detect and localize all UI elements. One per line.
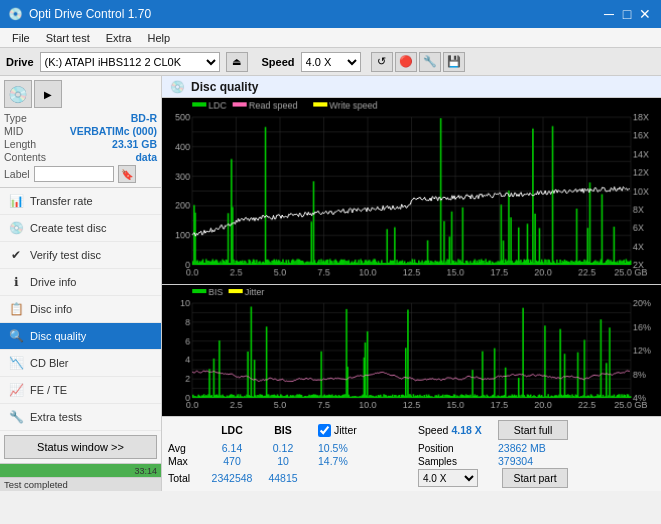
extra-tests-icon: 🔧: [8, 409, 24, 425]
max-label: Max: [168, 455, 206, 467]
menu-help[interactable]: Help: [139, 30, 178, 46]
disc-icon: 💿: [4, 80, 32, 108]
length-label: Length: [4, 138, 36, 150]
drive-label: Drive: [6, 56, 34, 68]
burn-icon-btn[interactable]: 🔴: [395, 52, 417, 72]
sidebar: 💿 ▶ Type BD-R MID VERBATIMc (000) Length…: [0, 76, 162, 491]
disc-info-icon: 📋: [8, 301, 24, 317]
drivebar: Drive (K:) ATAPI iHBS112 2 CL0K ⏏ Speed …: [0, 48, 661, 76]
stats-header-bis: BIS: [258, 424, 308, 436]
progress-time: 33:14: [134, 464, 157, 478]
nav-label-extra-tests: Extra tests: [30, 411, 82, 423]
start-part-button[interactable]: Start part: [502, 468, 568, 488]
sidebar-item-cd-bler[interactable]: 📉 CD Bler: [0, 350, 161, 377]
position-label: Position: [418, 443, 498, 454]
avg-label: Avg: [168, 442, 206, 454]
disc-quality-icon: 🔍: [8, 328, 24, 344]
speed-label: Speed: [418, 424, 448, 436]
nav-label-verify: Verify test disc: [30, 249, 101, 261]
label-input[interactable]: [34, 166, 114, 182]
nav-label-disc-quality: Disc quality: [30, 330, 86, 342]
panel-header-title: Disc quality: [191, 80, 258, 94]
nav-label-disc-info: Disc info: [30, 303, 72, 315]
menu-extra[interactable]: Extra: [98, 30, 140, 46]
length-value: 23.31 GB: [112, 138, 157, 150]
refresh-icon-btn[interactable]: ↺: [371, 52, 393, 72]
stats-footer: LDC BIS Jitter Speed 4.18 X Start full A…: [162, 416, 661, 491]
minimize-button[interactable]: ─: [601, 6, 617, 22]
panel-header-icon: 💿: [170, 80, 185, 94]
max-jitter: 14.7%: [318, 455, 418, 467]
sidebar-item-transfer-rate[interactable]: 📊 Transfer rate: [0, 188, 161, 215]
jitter-label: Jitter: [334, 424, 357, 436]
label-btn[interactable]: 🔖: [118, 165, 136, 183]
mid-label: MID: [4, 125, 23, 137]
start-full-button[interactable]: Start full: [498, 420, 568, 440]
sidebar-item-create-test-disc[interactable]: 💿 Create test disc: [0, 215, 161, 242]
type-label: Type: [4, 112, 27, 124]
total-label: Total: [168, 472, 206, 484]
sidebar-item-verify-test-disc[interactable]: ✔ Verify test disc: [0, 242, 161, 269]
sidebar-item-disc-info[interactable]: 📋 Disc info: [0, 296, 161, 323]
max-ldc: 470: [206, 455, 258, 467]
contents-label: Contents: [4, 151, 46, 163]
disc-section: 💿 ▶ Type BD-R MID VERBATIMc (000) Length…: [0, 76, 161, 188]
transfer-rate-icon: 📊: [8, 193, 24, 209]
speed-select-stats[interactable]: 4.0 X: [418, 469, 478, 487]
create-test-icon: 💿: [8, 220, 24, 236]
max-bis: 10: [258, 455, 308, 467]
status-text: Test completed: [0, 477, 161, 491]
settings-icon-btn[interactable]: 🔧: [419, 52, 441, 72]
jitter-checkbox[interactable]: [318, 424, 331, 437]
sidebar-item-drive-info[interactable]: ℹ Drive info: [0, 269, 161, 296]
maximize-button[interactable]: □: [619, 6, 635, 22]
titlebar-title: 💿 Opti Drive Control 1.70: [8, 7, 151, 21]
nav-label-fe-te: FE / TE: [30, 384, 67, 396]
disc-header: 💿 ▶: [4, 80, 157, 108]
titlebar-controls: ─ □ ✕: [601, 6, 653, 22]
charts-area: [162, 98, 661, 416]
stats-header-ldc: LDC: [206, 424, 258, 436]
titlebar: 💿 Opti Drive Control 1.70 ─ □ ✕: [0, 0, 661, 28]
main-panel: 💿 Disc quality LDC BIS Jitter: [162, 76, 661, 491]
menu-file[interactable]: File: [4, 30, 38, 46]
speed-label: Speed: [262, 56, 295, 68]
speed-value: 4.18 X: [451, 424, 481, 436]
label-text: Label: [4, 168, 30, 180]
total-bis: 44815: [258, 472, 308, 484]
close-button[interactable]: ✕: [637, 6, 653, 22]
disc-icon2: ▶: [34, 80, 62, 108]
cd-bler-icon: 📉: [8, 355, 24, 371]
eject-button[interactable]: ⏏: [226, 52, 248, 72]
save-icon-btn[interactable]: 💾: [443, 52, 465, 72]
nav-list: 📊 Transfer rate 💿 Create test disc ✔ Ver…: [0, 188, 161, 431]
menubar: File Start test Extra Help: [0, 28, 661, 48]
action-buttons: Start full: [498, 420, 568, 440]
drive-select[interactable]: (K:) ATAPI iHBS112 2 CL0K: [40, 52, 220, 72]
avg-ldc: 6.14: [206, 442, 258, 454]
verify-icon: ✔: [8, 247, 24, 263]
avg-bis: 0.12: [258, 442, 308, 454]
mid-value: VERBATIMc (000): [70, 125, 157, 137]
sidebar-item-fe-te[interactable]: 📈 FE / TE: [0, 377, 161, 404]
samples-value: 379304: [498, 455, 568, 467]
type-value: BD-R: [131, 112, 157, 124]
app-title: Opti Drive Control 1.70: [29, 7, 151, 21]
sidebar-item-extra-tests[interactable]: 🔧 Extra tests: [0, 404, 161, 431]
position-value: 23862 MB: [498, 442, 568, 454]
nav-label-create-test: Create test disc: [30, 222, 106, 234]
samples-label: Samples: [418, 456, 498, 467]
speed-row: Speed 4.18 X: [418, 424, 498, 436]
jitter-check-row: Jitter: [318, 424, 418, 437]
nav-label-transfer-rate: Transfer rate: [30, 195, 93, 207]
sidebar-item-disc-quality[interactable]: 🔍 Disc quality: [0, 323, 161, 350]
menu-start-test[interactable]: Start test: [38, 30, 98, 46]
total-ldc: 2342548: [206, 472, 258, 484]
speed-select[interactable]: 4.0 X: [301, 52, 361, 72]
bottom-chart: [162, 285, 661, 416]
disc-info: Type BD-R MID VERBATIMc (000) Length 23.…: [4, 112, 157, 183]
contents-value: data: [135, 151, 157, 163]
app-icon: 💿: [8, 7, 23, 21]
status-window-button[interactable]: Status window >>: [4, 435, 157, 459]
drive-info-icon: ℹ: [8, 274, 24, 290]
